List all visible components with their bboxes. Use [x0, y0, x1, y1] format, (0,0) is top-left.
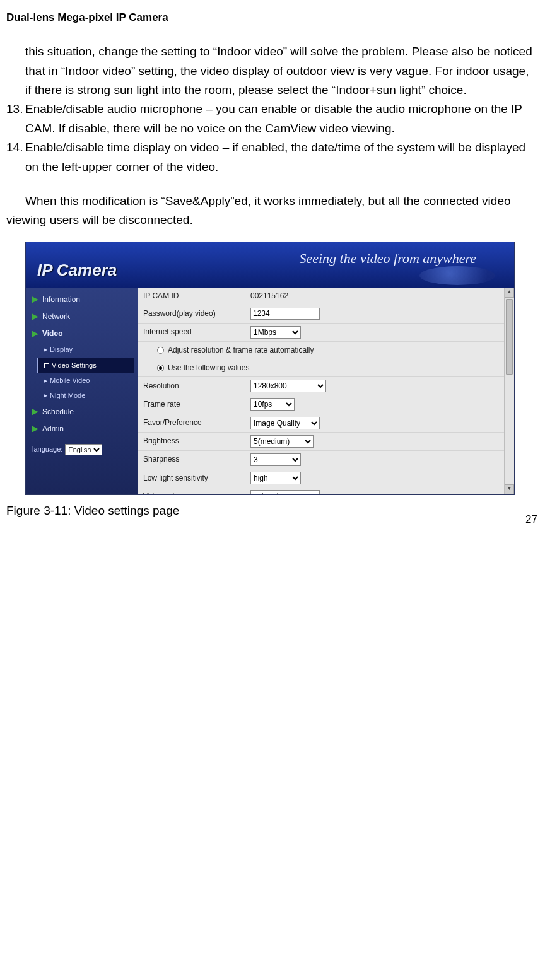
sidebar-label: Network	[42, 311, 70, 323]
internet-speed-select[interactable]: 1Mbps	[250, 326, 301, 339]
manual-values-row[interactable]: Use the following values	[138, 359, 514, 376]
sidebar-item-information[interactable]: Information	[26, 291, 138, 308]
frame-rate-label: Frame rate	[138, 395, 245, 414]
auto-adjust-label: Adjust resolution & frame rate automatic…	[168, 346, 314, 354]
scroll-up-icon[interactable]: ▲	[505, 288, 514, 298]
sidebar-sub-video-settings[interactable]: Video Settings	[37, 358, 134, 374]
sidebar-sub-label: Mobile Video	[50, 375, 90, 387]
sidebar-sub-label: Video Settings	[52, 360, 97, 371]
arrow-icon	[32, 296, 38, 303]
brightness-label: Brightness	[138, 432, 245, 450]
banner-logo: IP Camera	[37, 257, 117, 284]
sidebar-sub-night-mode[interactable]: Night Mode	[26, 388, 138, 404]
lowlight-label: Low light sensitivity	[138, 469, 245, 487]
favor-select[interactable]: Image Quality	[250, 417, 320, 429]
scroll-thumb[interactable]	[506, 299, 513, 375]
radio-icon-selected	[157, 365, 164, 371]
sidebar-sub-mobile-video[interactable]: Mobile Video	[26, 373, 138, 388]
radio-icon	[157, 347, 164, 354]
resolution-label: Resolution	[138, 377, 245, 395]
favor-label: Favor/Preference	[138, 414, 245, 432]
arrow-icon	[32, 426, 38, 432]
banner-graphic	[419, 266, 495, 285]
list-item-14: 14. Enable/disable time display on video…	[6, 138, 539, 177]
frame-rate-select[interactable]: 10fps	[250, 398, 295, 411]
auto-adjust-row[interactable]: Adjust resolution & frame rate automatic…	[138, 341, 514, 359]
sharpness-select[interactable]: 3	[250, 453, 301, 466]
internet-speed-label: Internet speed	[138, 323, 245, 341]
list-content: Enable/disable time display on video – i…	[25, 138, 536, 177]
sidebar-item-admin[interactable]: Admin	[26, 421, 138, 438]
page-number: 27	[525, 511, 537, 528]
language-selector-row: language: English	[26, 438, 138, 462]
language-label: language:	[32, 444, 62, 455]
arrow-icon	[44, 394, 47, 398]
arrow-icon	[32, 313, 38, 320]
language-select[interactable]: English	[65, 444, 102, 455]
video-color-label: Video color	[138, 487, 245, 494]
continuation-paragraph: this situation, change the setting to “I…	[6, 42, 539, 100]
arrow-icon	[44, 379, 47, 383]
sidebar-label: Admin	[42, 423, 64, 435]
sidebar-label: Video	[42, 329, 62, 338]
active-icon	[44, 363, 49, 368]
video-color-select[interactable]: colored	[250, 490, 320, 494]
list-number: 13.	[6, 100, 25, 138]
sidebar-label: Schedule	[42, 406, 74, 418]
password-input[interactable]	[250, 308, 320, 320]
sidebar-label: Information	[42, 294, 80, 306]
brightness-select[interactable]: 5(medium)	[250, 435, 314, 448]
ipcam-id-label: IP CAM ID	[138, 288, 245, 305]
ip-camera-ui: Seeing the video from anywhere IP Camera…	[25, 242, 515, 495]
list-content: Enable/disable audio microphone – you ca…	[25, 100, 536, 138]
sidebar-item-network[interactable]: Network	[26, 308, 138, 325]
figure-caption: Figure 3-11: Video settings page	[6, 501, 539, 520]
list-number: 14.	[6, 138, 25, 177]
settings-table: IP CAM ID002115162 Password(play video) …	[138, 288, 514, 494]
password-label: Password(play video)	[138, 305, 245, 323]
sidebar-item-schedule[interactable]: Schedule	[26, 404, 138, 421]
sharpness-label: Sharpness	[138, 450, 245, 469]
settings-panel: IP CAM ID002115162 Password(play video) …	[138, 288, 514, 494]
manual-values-label: Use the following values	[168, 363, 249, 372]
figure-screenshot: Seeing the video from anywhere IP Camera…	[25, 242, 539, 495]
sidebar-sub-display[interactable]: Display	[26, 342, 138, 358]
ipcam-id-value: 002115162	[245, 288, 514, 305]
scroll-down-icon[interactable]: ▼	[505, 484, 514, 494]
sidebar-sub-label: Night Mode	[50, 390, 85, 402]
arrow-icon	[44, 348, 47, 352]
list-item-13: 13. Enable/disable audio microphone – yo…	[6, 100, 539, 138]
save-apply-text: When this modification is “Save&Apply”ed…	[6, 194, 511, 226]
banner: Seeing the video from anywhere IP Camera	[26, 242, 514, 288]
arrow-icon	[32, 409, 38, 415]
save-apply-paragraph: When this modification is “Save&Apply”ed…	[6, 192, 539, 230]
resolution-select[interactable]: 1280x800	[250, 380, 326, 392]
sidebar: Information Network Video Display Video …	[26, 288, 138, 494]
sidebar-sub-label: Display	[50, 344, 73, 356]
lowlight-select[interactable]: high	[250, 472, 301, 484]
scrollbar[interactable]: ▲ ▼	[504, 288, 514, 494]
doc-header: Dual-lens Mega-pixel IP Camera	[6, 9, 539, 26]
sidebar-item-video[interactable]: Video	[26, 325, 138, 342]
arrow-icon	[32, 331, 38, 337]
